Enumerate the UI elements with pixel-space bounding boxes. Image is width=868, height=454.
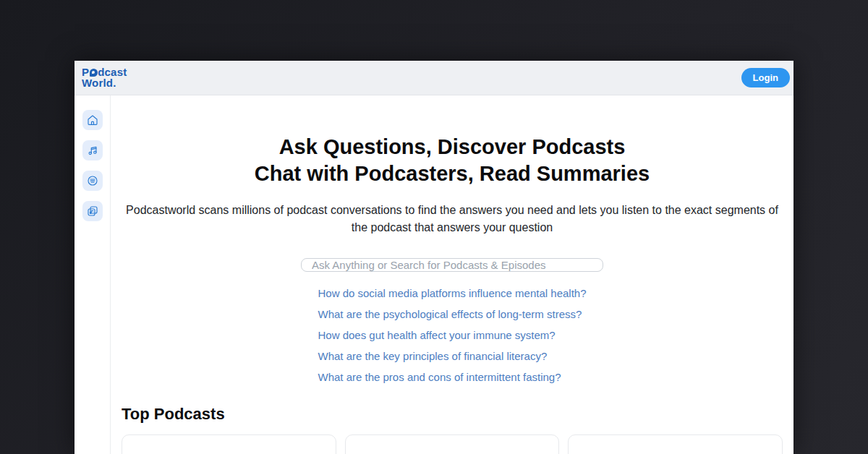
- sidebar-item-music[interactable]: [82, 140, 103, 160]
- search-input[interactable]: [301, 258, 603, 272]
- sidebar-item-home[interactable]: [82, 110, 103, 130]
- main-content: Ask Questions, Discover Podcasts Chat wi…: [111, 95, 793, 454]
- top-navbar: Pdcast World. Login: [75, 61, 793, 95]
- hero-title-line2: Chat with Podcasters, Read Summaries: [255, 162, 650, 185]
- browser-viewport: Pdcast World. Login: [75, 61, 793, 454]
- logo-o-icon: [90, 69, 98, 77]
- suggested-question-link[interactable]: How do social media platforms influence …: [318, 283, 586, 304]
- login-button[interactable]: Login: [741, 68, 790, 87]
- suggested-question-link[interactable]: What are the psychological effects of lo…: [318, 304, 582, 325]
- library-cards-icon: [87, 205, 98, 217]
- discover-icon: [87, 175, 98, 187]
- hero-title-line1: Ask Questions, Discover Podcasts: [279, 135, 626, 158]
- top-podcasts-card-row: [111, 434, 793, 454]
- sidebar-item-discover[interactable]: [82, 171, 103, 191]
- left-sidebar: [75, 95, 111, 454]
- suggested-question-link[interactable]: What are the pros and cons of intermitte…: [318, 367, 561, 387]
- suggested-question-link[interactable]: What are the key principles of financial…: [318, 346, 547, 367]
- logo-text-world: World.: [82, 78, 116, 89]
- home-icon: [87, 114, 98, 126]
- sidebar-item-library[interactable]: [82, 201, 103, 221]
- hero-title: Ask Questions, Discover Podcasts Chat wi…: [111, 134, 793, 187]
- music-note-icon: [87, 145, 98, 156]
- podcast-card[interactable]: [345, 434, 560, 454]
- podcastworld-logo[interactable]: Pdcast World.: [82, 67, 127, 88]
- top-podcasts-heading: Top Podcasts: [111, 405, 793, 424]
- suggested-questions-list: How do social media platforms influence …: [318, 283, 586, 387]
- suggested-question-link[interactable]: How does gut health affect your immune s…: [318, 325, 555, 346]
- hero-subtitle: Podcastworld scans millions of podcast c…: [126, 202, 778, 236]
- podcast-card[interactable]: [122, 434, 336, 454]
- podcast-card[interactable]: [568, 434, 783, 454]
